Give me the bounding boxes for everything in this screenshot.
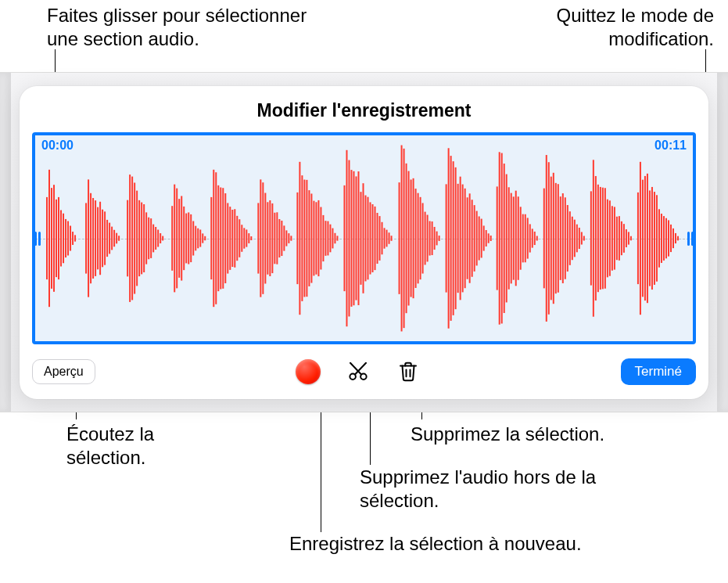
waveform-icon [43,135,685,341]
done-button[interactable]: Terminé [621,358,696,385]
callout-rerecord: Enregistrez la sélection à nouveau. [289,532,649,556]
scissors-icon [346,360,370,383]
callout-drag-select: Faites glisser pour sélectionner une sec… [47,4,328,51]
editor-title: Modifier l'enregistrement [32,100,696,121]
callout-listen-selection: Écoutez la sélection. [66,423,207,470]
trash-icon [396,360,420,383]
record-icon [296,359,321,384]
editor-toolbar: Aperçu [32,355,696,388]
delete-button[interactable] [393,356,424,387]
callout-exit-edit: Quittez le mode de modification. [534,4,714,51]
editor-center-tools [292,356,424,387]
waveform-selection-area[interactable]: 00:00 00:11 // Synthesize a representati… [32,132,696,344]
selection-handle-right[interactable] [687,229,694,248]
record-button[interactable] [292,356,324,387]
preview-button[interactable]: Aperçu [32,359,95,384]
callout-delete-selection: Supprimez la sélection. [411,423,661,446]
trim-button[interactable] [342,356,374,387]
audio-editor-panel: Modifier l'enregistrement 00:00 00:11 //… [20,86,708,399]
callout-trim-outside: Supprimez l'audio hors de la sélection. [360,466,610,513]
selection-handle-left[interactable] [34,229,41,248]
